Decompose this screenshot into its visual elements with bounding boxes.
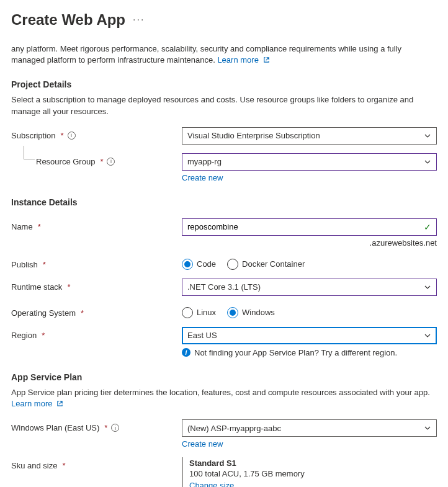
resource-group-label: Resource Group* i <box>11 153 182 166</box>
app-service-plan-desc: App Service plan pricing tier determines… <box>11 387 437 409</box>
more-menu-icon[interactable]: ··· <box>133 14 145 25</box>
intro-paragraph: any platform. Meet rigorous performance,… <box>11 43 437 66</box>
runtime-stack-select[interactable]: .NET Core 3.1 (LTS) <box>182 279 437 296</box>
name-label: Name* <box>11 218 182 231</box>
sku-card: Standard S1 100 total ACU, 1.75 GB memor… <box>182 457 437 487</box>
intro-learn-more-link[interactable]: Learn more <box>217 55 269 65</box>
app-service-plan-heading: App Service Plan <box>11 372 437 382</box>
check-icon: ✓ <box>424 222 431 232</box>
os-label: Operating System* <box>11 305 182 318</box>
windows-plan-value: (New) ASP-myapprg-aabc <box>187 424 281 433</box>
info-blue-icon: i <box>182 348 190 357</box>
publish-label: Publish* <box>11 256 182 269</box>
name-input[interactable] <box>187 222 424 231</box>
publish-docker-radio[interactable]: Docker Container <box>227 259 305 270</box>
region-hint: i Not finding your App Service Plan? Try… <box>182 348 437 357</box>
subscription-select[interactable]: Visual Studio Enterprise Subscription <box>182 127 437 145</box>
runtime-stack-label: Runtime stack* <box>11 279 182 292</box>
instance-details-heading: Instance Details <box>11 197 437 207</box>
asp-learn-more-link[interactable]: Learn more <box>11 399 63 408</box>
name-input-wrap[interactable]: ✓ <box>182 218 437 236</box>
resource-group-select[interactable]: myapp-rg <box>182 153 437 171</box>
publish-code-radio[interactable]: Code <box>182 259 216 270</box>
windows-plan-label: Windows Plan (East US)* i <box>11 419 182 432</box>
region-select[interactable]: East US <box>182 327 437 344</box>
windows-plan-select[interactable]: (New) ASP-myapprg-aabc <box>182 419 437 437</box>
chevron-down-icon <box>424 132 431 140</box>
change-size-link[interactable]: Change size <box>189 481 234 487</box>
sku-subtitle: 100 total ACU, 1.75 GB memory <box>189 469 437 478</box>
subscription-label: Subscription* i <box>11 127 182 140</box>
plan-create-new-link[interactable]: Create new <box>182 439 223 449</box>
info-icon[interactable]: i <box>111 424 119 432</box>
sku-size-label: Sku and size* <box>11 457 182 470</box>
runtime-stack-value: .NET Core 3.1 (LTS) <box>187 282 261 292</box>
project-details-desc: Select a subscription to manage deployed… <box>11 94 437 117</box>
resource-group-value: myapp-rg <box>187 157 222 166</box>
intro-text: any platform. Meet rigorous performance,… <box>11 44 401 65</box>
sku-title: Standard S1 <box>189 458 437 468</box>
os-radio-group: Linux Windows <box>182 305 437 318</box>
chevron-down-icon <box>424 424 431 432</box>
domain-suffix: .azurewebsites.net <box>182 238 437 248</box>
publish-radio-group: Code Docker Container <box>182 256 437 270</box>
chevron-down-icon <box>424 158 431 166</box>
external-link-icon <box>263 55 270 62</box>
region-value: East US <box>187 331 217 340</box>
project-details-heading: Project Details <box>11 79 437 89</box>
os-linux-radio[interactable]: Linux <box>182 307 216 318</box>
info-icon[interactable]: i <box>107 158 115 166</box>
info-icon[interactable]: i <box>68 132 76 140</box>
chevron-down-icon <box>424 284 431 291</box>
chevron-down-icon <box>424 332 431 339</box>
os-windows-radio[interactable]: Windows <box>227 307 275 318</box>
subscription-value: Visual Studio Enterprise Subscription <box>187 131 320 140</box>
page-title: Create Web App ··· <box>11 11 437 29</box>
page-title-text: Create Web App <box>11 11 125 29</box>
external-link-icon <box>56 399 63 406</box>
resource-group-create-new-link[interactable]: Create new <box>182 173 223 182</box>
region-label: Region* <box>11 327 182 340</box>
